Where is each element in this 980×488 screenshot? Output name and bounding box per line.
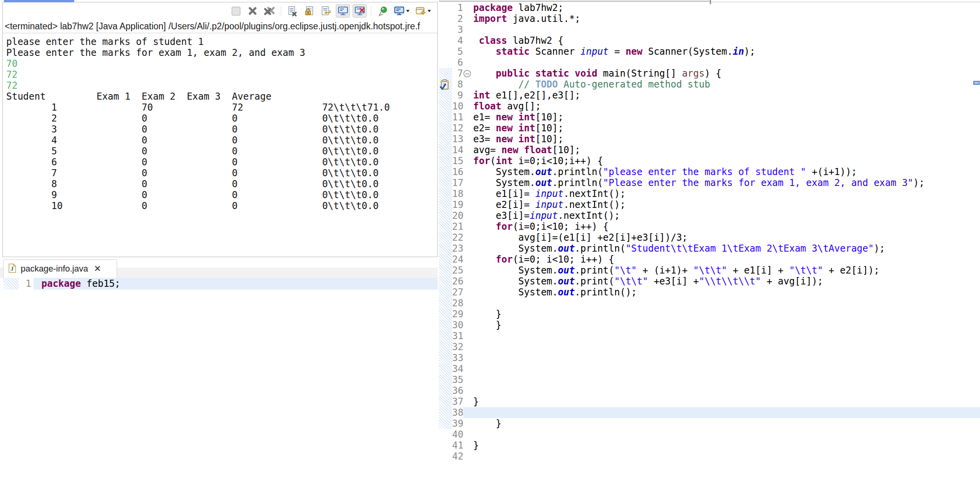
- code-text[interactable]: avg= new float[10];: [473, 145, 980, 156]
- code-text[interactable]: e3[i]=input.nextInt();: [473, 210, 980, 221]
- code-text[interactable]: import java.util.*;: [473, 13, 980, 24]
- code-line[interactable]: 38: [439, 407, 980, 418]
- show-console-on-stderr-button[interactable]: [353, 4, 367, 18]
- code-line[interactable]: 2import java.util.*;: [439, 13, 980, 24]
- terminate-button[interactable]: [229, 4, 243, 18]
- code-text[interactable]: package feb15;: [34, 278, 438, 290]
- code-line[interactable]: 36: [439, 385, 980, 396]
- code-text[interactable]: for(i=0;i<10; i++) {: [473, 221, 980, 232]
- task-marker-icon[interactable]: [439, 79, 450, 93]
- code-text[interactable]: avg[i]=(e1[i] +e2[i]+e3[i])/3;: [473, 232, 980, 243]
- close-icon[interactable]: ✕: [94, 265, 101, 273]
- code-line[interactable]: 21 for(i=0;i<10; i++) {: [439, 221, 980, 232]
- code-text[interactable]: [473, 429, 980, 440]
- code-line[interactable]: 42: [439, 451, 980, 462]
- code-line[interactable]: 18 e1[i]= input.nextInt();: [439, 188, 980, 199]
- code-text[interactable]: package lab7hw2;: [473, 2, 980, 13]
- code-line[interactable]: 16 System.out.println("please enter the …: [439, 166, 980, 177]
- console-output[interactable]: please enter the marks of student 1Pleas…: [3, 34, 437, 257]
- code-text[interactable]: }: [473, 418, 980, 429]
- code-text[interactable]: e1[i]= input.nextInt();: [473, 188, 980, 199]
- code-text[interactable]: System.out.print("\t" + (i+1)+ "\t\t" + …: [473, 265, 980, 276]
- show-console-on-stdout-button[interactable]: [336, 4, 350, 18]
- clear-console-button[interactable]: [285, 4, 299, 18]
- code-text[interactable]: for(int i=0;i<10;i++) {: [473, 156, 980, 166]
- code-line[interactable]: 25 System.out.print("\t" + (i+1)+ "\t\t"…: [439, 265, 980, 276]
- code-text[interactable]: }: [473, 320, 980, 331]
- code-line[interactable]: 14avg= new float[10];: [439, 145, 980, 156]
- code-line[interactable]: 3: [439, 24, 980, 35]
- code-line[interactable]: 7 public static void main(String[] args)…: [439, 68, 980, 79]
- code-line[interactable]: 5 static Scanner input = new Scanner(Sys…: [439, 46, 980, 57]
- code-text[interactable]: // TODO Auto-generated method stub: [473, 79, 980, 90]
- code-line[interactable]: 27 System.out.println();: [439, 287, 980, 298]
- code-line[interactable]: 15for(int i=0;i<10;i++) {: [439, 156, 980, 166]
- code-line[interactable]: 30 }: [439, 320, 980, 331]
- code-line[interactable]: 12e2= new int[10];: [439, 123, 980, 134]
- code-text[interactable]: e1= new int[10];: [473, 112, 980, 123]
- code-text[interactable]: [473, 57, 980, 68]
- pin-console-button[interactable]: [376, 4, 390, 18]
- code-text[interactable]: System.out.println();: [473, 287, 980, 298]
- code-line[interactable]: 41}: [439, 440, 980, 451]
- package-info-editor[interactable]: 1package feb15;: [0, 278, 438, 488]
- code-line[interactable]: 29 }: [439, 309, 980, 320]
- code-text[interactable]: System.out.println("Please enter the mar…: [473, 177, 980, 188]
- code-text[interactable]: [473, 341, 980, 352]
- code-line[interactable]: 9int e1[],e2[],e3[];: [439, 90, 980, 101]
- code-text[interactable]: int e1[],e2[],e3[];: [473, 90, 980, 101]
- code-text[interactable]: static Scanner input = new Scanner(Syste…: [473, 46, 980, 57]
- code-line[interactable]: 8 // TODO Auto-generated method stub: [439, 79, 980, 90]
- open-console-button[interactable]: [414, 4, 433, 18]
- code-line[interactable]: 20 e3[i]=input.nextInt();: [439, 210, 980, 221]
- chevron-down-icon[interactable]: [406, 9, 410, 13]
- code-line[interactable]: 22 avg[i]=(e1[i] +e2[i]+e3[i])/3;: [439, 232, 980, 243]
- remove-launch-button[interactable]: [246, 4, 260, 18]
- code-line[interactable]: 4 class lab7hw2 {: [439, 35, 980, 46]
- code-line[interactable]: 31: [439, 331, 980, 341]
- console-tab[interactable]: [4, 0, 74, 2]
- code-line[interactable]: 35: [439, 374, 980, 385]
- code-text[interactable]: class lab7hw2 {: [473, 35, 980, 46]
- code-text[interactable]: float avg[];: [473, 101, 980, 112]
- code-text[interactable]: [473, 352, 980, 363]
- java-editor[interactable]: 1package lab7hw2;2import java.util.*;34 …: [439, 0, 980, 488]
- code-line[interactable]: 40: [439, 429, 980, 440]
- code-line[interactable]: 32: [439, 341, 980, 352]
- remove-all-terminated-button[interactable]: [262, 4, 276, 18]
- code-line[interactable]: 26 System.out.print("\t\t" +e3[i] +"\\t\…: [439, 276, 980, 287]
- code-line[interactable]: 17 System.out.println("Please enter the …: [439, 177, 980, 188]
- code-text[interactable]: [473, 407, 980, 418]
- code-line[interactable]: 1package feb15;: [0, 278, 438, 290]
- code-text[interactable]: e2= new int[10];: [473, 123, 980, 134]
- code-line[interactable]: 19 e2[i]= input.nextInt();: [439, 199, 980, 210]
- code-text[interactable]: }: [473, 440, 980, 451]
- code-text[interactable]: [473, 24, 980, 35]
- collapse-icon[interactable]: [463, 70, 471, 77]
- code-text[interactable]: System.out.println("Student\t\tExam 1\tE…: [473, 243, 980, 254]
- display-selected-console-button[interactable]: [392, 4, 411, 18]
- code-line[interactable]: 11e1= new int[10];: [439, 112, 980, 123]
- code-text[interactable]: for(i=0; i<10; i++) {: [473, 254, 980, 265]
- scroll-lock-button[interactable]: [302, 4, 316, 18]
- code-text[interactable]: [473, 385, 980, 396]
- tab-package-info-java[interactable]: J package-info.java ✕: [3, 259, 117, 278]
- word-wrap-button[interactable]: [319, 4, 333, 18]
- code-text[interactable]: [473, 298, 980, 309]
- code-text[interactable]: e3= new int[10];: [473, 134, 980, 145]
- code-line[interactable]: 1package lab7hw2;: [439, 2, 980, 13]
- code-text[interactable]: e2[i]= input.nextInt();: [473, 199, 980, 210]
- code-line[interactable]: 10float avg[];: [439, 101, 980, 112]
- code-text[interactable]: [473, 331, 980, 341]
- code-text[interactable]: [473, 451, 980, 462]
- code-line[interactable]: 37}: [439, 396, 980, 407]
- code-line[interactable]: 13e3= new int[10];: [439, 134, 980, 145]
- code-line[interactable]: 6: [439, 57, 980, 68]
- code-line[interactable]: 39 }: [439, 418, 980, 429]
- code-text[interactable]: [473, 363, 980, 374]
- code-line[interactable]: 28: [439, 298, 980, 309]
- code-line[interactable]: 24 for(i=0; i<10; i++) {: [439, 254, 980, 265]
- code-text[interactable]: [473, 374, 980, 385]
- code-text[interactable]: }: [473, 396, 980, 407]
- code-line[interactable]: 33: [439, 352, 980, 363]
